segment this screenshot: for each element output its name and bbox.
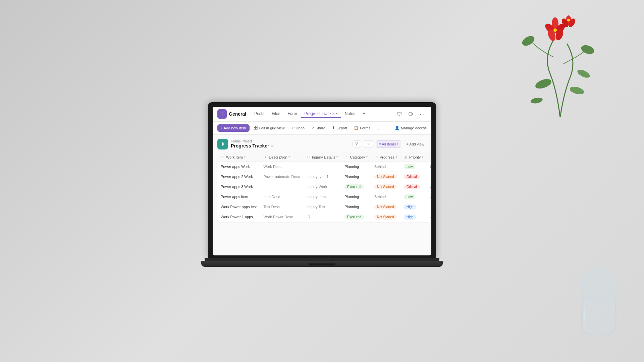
col-inquiry-details[interactable]: ☐ Inquiry Details ▾ [303, 153, 341, 162]
table-row[interactable]: Work Power 1 apps Work Power Desc ID Exe… [217, 212, 431, 222]
svg-point-12 [567, 19, 570, 21]
svg-point-1 [580, 44, 595, 56]
tab-progress-tracker[interactable]: Progress Tracker ▾ [301, 110, 341, 118]
manage-access-button[interactable]: 👤 Manage access [395, 126, 427, 130]
table-row[interactable]: Work Power apps test Test Desc Inquiry T… [217, 202, 431, 212]
top-nav: T General Posts Files Form Progress Trac… [213, 107, 431, 122]
grid-icon [254, 126, 258, 130]
tab-posts[interactable]: Posts [251, 110, 268, 118]
project-name: Progress Tracker ☆ [231, 143, 274, 148]
add-view-button[interactable]: + Add view [404, 141, 427, 147]
cell-description: Test Desc [260, 202, 303, 212]
table-row[interactable]: Power apps Work Work Desc Planning Behin… [217, 162, 431, 172]
add-new-item-button[interactable]: + Add new item [217, 124, 250, 132]
cell-work-item: Power apps 2 Work [217, 172, 260, 182]
svg-point-13 [534, 77, 552, 90]
more-toolbar-button[interactable]: ... [375, 125, 382, 131]
app-logo: T [217, 109, 227, 119]
tab-files[interactable]: Files [268, 110, 283, 118]
cell-work-item: Power apps item [217, 192, 260, 202]
description-col-icon: ≡ [263, 155, 267, 159]
filter-button[interactable] [352, 140, 361, 147]
col-work-item[interactable]: ☐ Work Item ▾ [217, 153, 260, 162]
vase-decoration [574, 268, 624, 335]
svg-rect-18 [409, 113, 412, 115]
work-item-col-icon: ☐ [221, 155, 225, 159]
cell-start-date: 2/7/2024 [427, 192, 431, 202]
app-chrome: T General Posts Files Form Progress Trac… [213, 107, 431, 255]
cell-progress: Not Started [371, 182, 400, 192]
cell-category: Planning [341, 172, 371, 182]
project-controls: ≡ All Items ▾ + Add view [352, 140, 427, 148]
cell-work-item: Work Power 1 apps [217, 212, 260, 222]
priority-col-icon: ◎ [404, 155, 408, 159]
content-area: Teams Project Progress Tracker ☆ [213, 135, 431, 255]
tab-form[interactable]: Form [284, 110, 301, 118]
laptop-wrapper: T General Posts Files Form Progress Trac… [208, 102, 436, 267]
cell-progress: Behind [371, 162, 400, 172]
cell-inquiry-details: ID [303, 212, 341, 222]
more-nav-icon-btn[interactable]: ··· [418, 110, 427, 118]
undo-icon: ↩ [291, 126, 294, 130]
table-row[interactable]: Power apps 2 Work Power automate Desc In… [217, 172, 431, 182]
col-description[interactable]: ≡ Description ▾ [260, 153, 303, 162]
priority-col-chevron: ▾ [422, 156, 423, 159]
svg-point-15 [530, 97, 543, 104]
star-icon[interactable]: ☆ [270, 144, 274, 148]
person-icon: 👤 [395, 126, 399, 130]
laptop-hinge [205, 258, 439, 261]
cell-description: Work Power Desc [260, 212, 303, 222]
chevron-down-icon: ▾ [336, 112, 337, 115]
cell-description: Item Desc [260, 192, 303, 202]
cell-category: Planning [341, 162, 371, 172]
svg-rect-21 [254, 128, 255, 129]
filter-icon [355, 142, 359, 146]
export-icon: ⬆ [332, 126, 335, 130]
cell-start-date: 8/7/2024 [427, 162, 431, 172]
svg-point-16 [576, 68, 591, 79]
flower-decoration [510, 0, 610, 117]
toolbar: + Add new item Edit in grid view ↩ Undo [213, 122, 431, 135]
laptop-bezel: T General Posts Files Form Progress Trac… [208, 102, 436, 258]
col-priority[interactable]: ◎ Priority ▾ [400, 153, 427, 162]
svg-point-8 [553, 28, 557, 32]
undo-button[interactable]: ↩ Undo [289, 124, 307, 131]
share-button[interactable]: ↗ Share [309, 124, 328, 131]
nav-tabs: Posts Files Form Progress Tracker ▾ Note… [251, 110, 393, 118]
cell-priority: Low [400, 162, 427, 172]
forms-button[interactable]: 📋 Forms [352, 124, 373, 131]
project-meta: Teams Project Progress Tracker ☆ [231, 139, 274, 148]
progress-col-icon: ○ [374, 155, 378, 159]
table-row[interactable]: Power apps item Item Desc Inquiry Item P… [217, 192, 431, 202]
all-items-button[interactable]: ≡ All Items ▾ [376, 140, 401, 148]
svg-rect-22 [256, 128, 257, 129]
cell-progress: Not Started [371, 212, 400, 222]
more-toolbar-icon: ... [377, 126, 380, 130]
all-items-chevron: ▾ [397, 142, 398, 145]
table-row[interactable]: Power apps 3 Work Inquiry Work Executed … [217, 182, 431, 192]
cell-priority: High [400, 202, 427, 212]
cell-inquiry-details: Inquiry Work [303, 182, 341, 192]
edit-grid-view-button[interactable]: Edit in grid view [252, 125, 287, 131]
category-col-icon: ○ [344, 155, 348, 159]
comment-icon-btn[interactable] [395, 110, 404, 118]
progress-col-chevron: ▾ [396, 156, 397, 159]
svg-rect-20 [256, 126, 257, 128]
col-start-date[interactable]: 📅 Start Date ▾ [427, 153, 431, 162]
start-date-col-icon: 📅 [430, 155, 431, 159]
cell-work-item: Work Power apps test [217, 202, 260, 212]
project-label: Teams Project [231, 139, 274, 143]
tab-add[interactable]: + [359, 110, 368, 118]
forms-icon: 📋 [354, 126, 359, 130]
col-category[interactable]: ○ Category ▾ [341, 153, 371, 162]
share-icon: ↗ [311, 126, 314, 130]
project-icon-svg [220, 141, 225, 147]
sort-button[interactable] [364, 140, 373, 147]
video-icon-btn[interactable] [407, 110, 415, 118]
export-button[interactable]: ⬆ Export [330, 124, 350, 131]
col-progress[interactable]: ○ Progress ▾ [371, 153, 400, 162]
cell-progress: Not Started [371, 172, 400, 182]
cell-priority: Critical [400, 172, 427, 182]
data-table: ☐ Work Item ▾ ≡ Description [217, 153, 431, 222]
tab-notes[interactable]: Notes [341, 110, 359, 118]
